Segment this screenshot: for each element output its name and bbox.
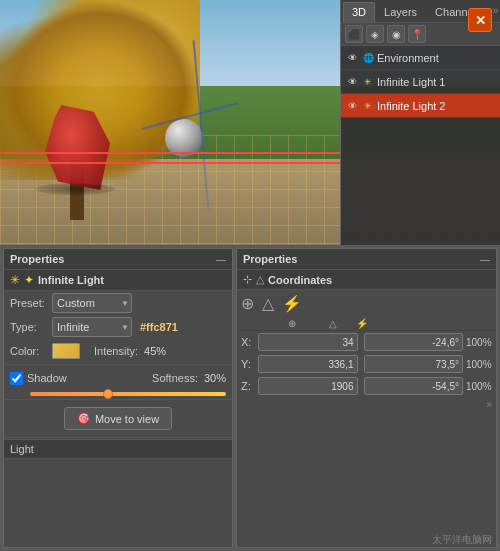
softness-slider-row [4, 390, 232, 398]
close-button[interactable]: ✕ [468, 8, 492, 32]
shadow-label: Shadow [27, 372, 67, 384]
light2-icon: ✳ [362, 100, 374, 112]
coord-icon-1: ⊹ [243, 273, 252, 286]
preset-select-wrapper: Custom ▼ [52, 293, 132, 313]
x-axis-label: X: [241, 336, 255, 348]
z-pos-input[interactable] [258, 377, 358, 395]
coord-icons-row: ⊕ △ ⚡ [237, 290, 496, 317]
preset-select[interactable]: Custom [52, 293, 132, 313]
shadow-row: Shadow Softness: 30% [4, 366, 232, 390]
close-icon: ✕ [475, 13, 486, 28]
z-axis-label: Z: [241, 380, 255, 392]
y-pos-input[interactable] [258, 355, 358, 373]
divider-3 [4, 437, 232, 438]
x-rot-input[interactable] [364, 333, 464, 351]
right-expand-btn[interactable]: » [486, 399, 492, 410]
z-rot-input[interactable] [364, 377, 464, 395]
layer-environment-name: Environment [377, 52, 496, 64]
light-icon-large: ✳ [10, 273, 20, 287]
intensity-label: Intensity: [94, 345, 138, 357]
right-panel-title: Properties [243, 253, 297, 265]
light1-icon: ✳ [362, 76, 374, 88]
layer-infinite-light-2[interactable]: 👁 ✳ Infinite Light 2 [341, 94, 500, 118]
x-scale-val: 100% [466, 337, 492, 348]
layer-environment[interactable]: 👁 🌐 Environment [341, 46, 500, 70]
x-pos-input[interactable] [258, 333, 358, 351]
move-icon: 🎯 [77, 412, 91, 425]
y-axis-label: Y: [241, 358, 255, 370]
left-panel-collapse[interactable]: — [216, 254, 226, 265]
left-panel-title: Properties [10, 253, 64, 265]
bottom-panels: Properties — ✳ ✦ Infinite Light Preset: … [0, 245, 500, 551]
preset-label: Preset: [10, 297, 48, 309]
scene-btn[interactable]: ⬛ [345, 25, 363, 43]
axis-header [241, 318, 255, 329]
intensity-value: 45% [144, 345, 166, 357]
layer-light2-name: Infinite Light 2 [377, 100, 496, 112]
color-swatch[interactable] [52, 343, 80, 359]
move-to-view-label: Move to view [95, 413, 159, 425]
type-select[interactable]: Infinite [52, 317, 132, 337]
light-section-label: Light [10, 443, 34, 455]
move-axes-icon: ⊕ [241, 294, 254, 313]
color-intensity-row: Color: Intensity: 45% [4, 339, 232, 363]
z-scale-val: 100% [466, 381, 492, 392]
eye-icon-light2[interactable]: 👁 [345, 99, 359, 113]
divider-1 [4, 364, 232, 365]
coord-headers: ⊕ △ ⚡ [237, 317, 496, 331]
move-to-view-button[interactable]: 🎯 Move to view [64, 407, 172, 430]
left-panel-header: Properties — [4, 249, 232, 270]
softness-slider-thumb[interactable] [103, 389, 113, 399]
scale-header: ⚡ [340, 318, 368, 329]
softness-slider[interactable] [30, 392, 226, 396]
y-coord-row: Y: 100% [237, 353, 496, 375]
color-label: Color: [10, 345, 48, 357]
x-coord-row: X: 100% [237, 331, 496, 353]
rot-header: △ [299, 318, 337, 329]
layer-list: 👁 🌐 Environment 👁 ✳ Infinite Light 1 👁 ✳… [341, 46, 500, 118]
coord-subtitle-row: ⊹ △ Coordinates [237, 270, 496, 290]
coord-subtitle: Coordinates [268, 274, 332, 286]
right-panel-collapse[interactable]: — [480, 254, 490, 265]
materials-btn[interactable]: ◈ [366, 25, 384, 43]
y-scale-val: 100% [466, 359, 492, 370]
eye-icon-environment[interactable]: 👁 [345, 51, 359, 65]
right-properties-panel: Properties — ⊹ △ Coordinates ⊕ △ ⚡ ⊕ △ ⚡… [236, 248, 497, 548]
watermark: 太平洋电脑网 [432, 533, 492, 547]
left-panel-title-area: Properties [10, 253, 64, 265]
rotate-icon: △ [262, 294, 274, 313]
eye-icon-light1[interactable]: 👁 [345, 75, 359, 89]
env-icon: 🌐 [362, 52, 374, 64]
softness-value: 30% [204, 372, 226, 384]
light-subtitle-row: ✳ ✦ Infinite Light [4, 270, 232, 291]
light-icon-large2: ✦ [24, 273, 34, 287]
right-expand-row: » [237, 397, 496, 412]
light-label-section: Light [4, 439, 232, 459]
tab-3d[interactable]: 3D [343, 2, 375, 22]
layer-light1-name: Infinite Light 1 [377, 76, 496, 88]
layers-panel: 3D Layers Channels » ⬛ ◈ ◉ 📍 👁 🌐 Environ… [340, 0, 500, 245]
pos-header: ⊕ [258, 318, 296, 329]
preset-row: Preset: Custom ▼ [4, 291, 232, 315]
tab-layers[interactable]: Layers [375, 2, 426, 22]
right-panel-header: Properties — [237, 249, 496, 270]
type-label: Type: [10, 321, 48, 333]
divider-2 [4, 399, 232, 400]
y-rot-input[interactable] [364, 355, 464, 373]
sculpture-shadow [35, 183, 115, 195]
type-row: Type: Infinite ▼ #ffc871 [4, 315, 232, 339]
viewport: ✕ 3D Layers Channels » ⬛ ◈ ◉ 📍 👁 🌐 Envir… [0, 0, 500, 245]
lights-btn[interactable]: ◉ [387, 25, 405, 43]
type-select-wrapper: Infinite ▼ [52, 317, 132, 337]
color-hint-text: #ffc871 [140, 321, 178, 333]
light-subtitle: Infinite Light [38, 274, 104, 286]
shadow-checkbox[interactable] [10, 372, 23, 385]
left-properties-panel: Properties — ✳ ✦ Infinite Light Preset: … [3, 248, 233, 548]
z-coord-row: Z: 100% [237, 375, 496, 397]
scale-icon: ⚡ [282, 294, 302, 313]
coord-icon-2: △ [256, 273, 264, 286]
move-to-view-row: 🎯 Move to view [4, 401, 232, 436]
layer-infinite-light-1[interactable]: 👁 ✳ Infinite Light 1 [341, 70, 500, 94]
environment-btn[interactable]: 📍 [408, 25, 426, 43]
softness-label: Softness: [152, 372, 198, 384]
